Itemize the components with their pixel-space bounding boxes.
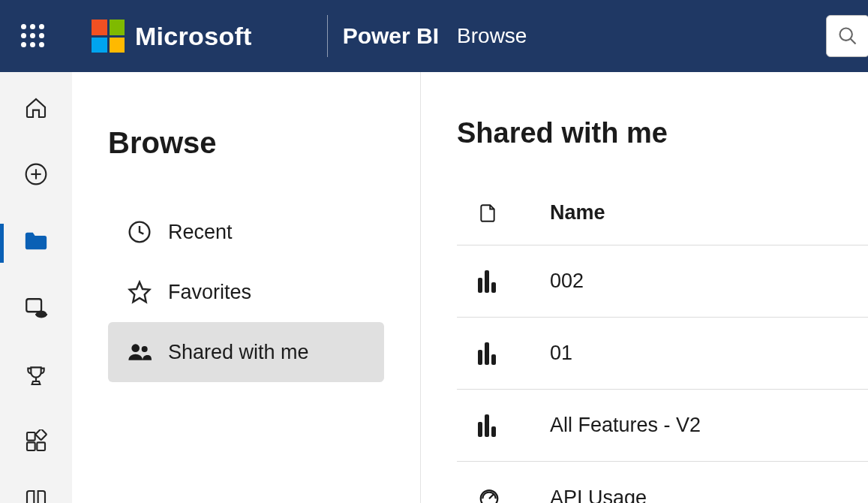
row-name: All Features - V2: [550, 414, 868, 437]
svg-rect-11: [35, 429, 47, 440]
svg-marker-13: [130, 282, 150, 303]
clock-icon: [128, 220, 152, 244]
rail-data-hub[interactable]: [21, 296, 51, 321]
header-divider: [327, 15, 328, 57]
main-title: Shared with me: [457, 117, 868, 149]
rail-home[interactable]: [21, 96, 51, 120]
table-header-row: Name: [457, 181, 868, 245]
table-row[interactable]: 01: [457, 318, 868, 390]
page-context: Browse: [457, 24, 527, 48]
row-name: 002: [550, 270, 868, 293]
file-icon: [478, 201, 497, 225]
report-icon: [478, 342, 496, 365]
nav-favorites[interactable]: Favorites: [108, 262, 384, 322]
nav-item-label: Shared with me: [168, 341, 309, 364]
rail-browse[interactable]: [21, 228, 51, 254]
star-icon: [128, 280, 152, 304]
svg-line-1: [851, 39, 856, 44]
people-icon: [128, 340, 152, 364]
report-icon: [478, 270, 496, 293]
rail-metrics[interactable]: [21, 363, 51, 387]
column-type-icon[interactable]: [478, 201, 550, 225]
row-name: 01: [550, 342, 868, 365]
svg-point-14: [131, 344, 140, 352]
table-row[interactable]: API Usage: [457, 462, 868, 503]
report-icon: [478, 414, 496, 437]
waffle-icon[interactable]: [21, 24, 45, 48]
trophy-icon: [24, 363, 48, 387]
nav-shared-with-me[interactable]: Shared with me: [108, 322, 384, 382]
rail-apps[interactable]: [21, 429, 51, 453]
nav-item-label: Recent: [168, 221, 233, 244]
search-icon: [837, 26, 858, 47]
row-name: API Usage: [550, 486, 868, 504]
browse-sidepanel: Browse Recent Favorites: [72, 72, 421, 503]
svg-rect-5: [26, 299, 41, 312]
nav-recent[interactable]: Recent: [108, 202, 384, 262]
data-hub-icon: [23, 296, 49, 321]
rail-learn[interactable]: [21, 488, 51, 503]
left-rail: [0, 72, 72, 503]
nav-item-label: Favorites: [168, 281, 251, 304]
svg-point-15: [142, 346, 148, 352]
content-table: Name 002 01 All Features - V2: [457, 181, 868, 503]
rail-create[interactable]: [21, 162, 51, 186]
app-header: Microsoft Power BI Browse: [0, 0, 868, 72]
svg-rect-10: [37, 442, 45, 450]
sidepanel-title: Browse: [108, 126, 384, 160]
svg-point-0: [840, 29, 852, 41]
product-name[interactable]: Power BI: [343, 23, 439, 49]
folder-icon: [23, 228, 49, 254]
table-row[interactable]: All Features - V2: [457, 390, 868, 462]
dashboard-icon: [478, 486, 500, 503]
table-row[interactable]: 002: [457, 245, 868, 318]
column-name-header[interactable]: Name: [550, 201, 868, 224]
search-input[interactable]: [826, 15, 868, 57]
microsoft-logo-icon: [92, 20, 125, 53]
plus-circle-icon: [24, 162, 48, 186]
apps-icon: [24, 429, 48, 453]
svg-rect-9: [27, 442, 35, 450]
home-icon: [24, 96, 48, 120]
microsoft-logo-block[interactable]: Microsoft: [92, 20, 252, 53]
main-content: Shared with me Name 002: [421, 72, 868, 503]
microsoft-brand-text: Microsoft: [135, 22, 252, 51]
svg-rect-8: [27, 432, 35, 441]
book-icon: [24, 488, 48, 503]
